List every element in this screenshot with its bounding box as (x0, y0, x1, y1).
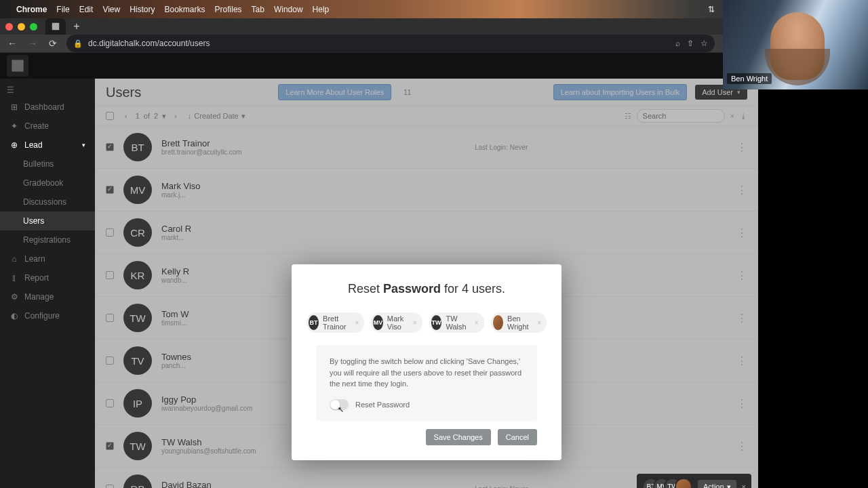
chip-name: Mark Viso (387, 314, 409, 331)
app-logo[interactable] (7, 55, 28, 77)
webcam-overlay: Ben Wright (723, 0, 868, 89)
chevron-down-icon: ▾ (727, 483, 731, 489)
sidebar-item[interactable]: ⫿Report (0, 268, 95, 287)
reset-password-toggle[interactable] (330, 399, 349, 410)
user-chip: BT Brett Trainor × (307, 312, 364, 333)
sidebar-icon: ✦ (9, 121, 19, 131)
sidebar-icon: ◐ (9, 311, 19, 321)
menu-profiles[interactable]: Profiles (215, 5, 242, 14)
lock-icon: 🔒 (73, 39, 83, 48)
chevron-icon: ▾ (82, 142, 85, 148)
minimize-window-button[interactable] (18, 23, 25, 30)
menu-history[interactable]: History (130, 5, 155, 14)
sidebar-icon: ⊕ (9, 140, 19, 150)
toast-close-button[interactable]: × (742, 483, 746, 488)
selected-users-chips: BT Brett Trainor ×MV Mark Viso ×TW TW Wa… (316, 312, 537, 333)
sidebar-subitem[interactable]: Gradebook (0, 174, 95, 192)
modal-title: Reset Password for 4 users. (316, 282, 537, 296)
chip-avatar: TW (431, 315, 442, 330)
app-header (0, 53, 758, 79)
sidebar-item[interactable]: ⌂Learn (0, 249, 95, 268)
app-sidebar: ☰ ⊞Dashboard✦Create⊕Lead▾BulletinsGradeb… (0, 79, 95, 488)
menu-file[interactable]: File (56, 5, 69, 14)
tab-strip: + (0, 18, 758, 35)
user-chip: Ben Wright × (491, 312, 547, 333)
webcam-name-label: Ben Wright (727, 73, 772, 84)
status-icon[interactable]: ⇅ (708, 5, 715, 14)
menu-bookmarks[interactable]: Bookmarks (165, 5, 205, 14)
sidebar-item[interactable]: ✦Create (0, 117, 95, 136)
new-tab-button[interactable]: + (68, 18, 85, 35)
reset-password-modal: Reset Password for 4 users. BT Brett Tra… (292, 264, 561, 460)
sidebar-subitem[interactable]: Bulletins (0, 155, 95, 174)
toggle-label: Reset Password (355, 399, 410, 411)
reload-button[interactable]: ⟳ (46, 38, 60, 49)
user-chip: TW TW Walsh × (429, 312, 484, 333)
modal-description: By toggling the switch below and clickin… (330, 356, 524, 390)
cancel-button[interactable]: Cancel (498, 429, 537, 445)
window-controls (5, 23, 37, 30)
modal-actions: Save Changes Cancel (316, 429, 537, 445)
sidebar-item[interactable]: ⊞Dashboard (0, 98, 95, 117)
modal-description-block: By toggling the switch below and clickin… (316, 345, 537, 421)
chip-name: Ben Wright (507, 314, 533, 331)
forward-button[interactable]: → (26, 38, 39, 49)
sidebar-collapse-button[interactable]: ☰ (0, 83, 95, 98)
sidebar-icon: ⚙ (9, 292, 19, 302)
bulk-action-button[interactable]: Action ▾ (698, 480, 736, 489)
browser-window: + ← → ⟳ 🔒 dc.digitalchalk.com/account/us… (0, 18, 758, 481)
menu-tab[interactable]: Tab (252, 5, 264, 14)
menu-view[interactable]: View (102, 5, 120, 14)
omnibox[interactable]: 🔒 dc.digitalchalk.com/account/users ⌕ ⇧ … (66, 35, 715, 52)
search-in-page-icon[interactable]: ⌕ (675, 39, 680, 48)
chip-avatar (493, 315, 503, 330)
menu-help[interactable]: Help (313, 5, 330, 14)
chip-remove-button[interactable]: × (475, 319, 479, 327)
menubar-app-name[interactable]: Chrome (16, 5, 47, 14)
sidebar-subitem[interactable]: Registrations (0, 230, 95, 249)
back-button[interactable]: ← (5, 38, 19, 49)
menu-window[interactable]: Window (274, 5, 303, 14)
save-changes-button[interactable]: Save Changes (426, 429, 491, 445)
close-window-button[interactable] (5, 23, 13, 30)
menu-edit[interactable]: Edit (79, 5, 94, 14)
bulk-action-toast: BTMVTW Action ▾ × (637, 474, 751, 488)
chip-avatar: MV (373, 315, 382, 330)
reset-password-toggle-row: ↖ Reset Password (330, 399, 524, 411)
chip-name: Brett Trainor (323, 314, 351, 331)
user-chip: MV Mark Viso × (371, 312, 422, 333)
app-viewport: ☰ ⊞Dashboard✦Create⊕Lead▾BulletinsGradeb… (0, 53, 758, 488)
browser-toolbar: ← → ⟳ 🔒 dc.digitalchalk.com/account/user… (0, 35, 758, 52)
share-icon[interactable]: ⇧ (687, 39, 694, 48)
sidebar-icon: ⌂ (9, 254, 19, 264)
sidebar-item[interactable]: ⊕Lead▾ (0, 136, 95, 155)
bookmark-star-icon[interactable]: ☆ (701, 39, 708, 48)
sidebar-subitem[interactable]: Users (0, 211, 95, 230)
zoom-window-button[interactable] (30, 23, 37, 30)
chip-remove-button[interactable]: × (355, 319, 359, 327)
sidebar-subitem[interactable]: Discussions (0, 192, 95, 211)
sidebar-item[interactable]: ⚙Manage (0, 287, 95, 306)
chip-avatar: BT (309, 315, 319, 330)
sidebar-icon: ⊞ (9, 102, 19, 112)
content-area: Users Learn More About User Roles 11 Lea… (95, 79, 758, 488)
chip-remove-button[interactable]: × (413, 319, 417, 327)
toast-avatar (675, 478, 692, 488)
chip-remove-button[interactable]: × (537, 319, 541, 327)
browser-tab[interactable] (45, 18, 66, 35)
chip-name: TW Walsh (446, 314, 470, 331)
url-text: dc.digitalchalk.com/account/users (88, 39, 210, 48)
sidebar-icon: ⫿ (9, 273, 19, 283)
sidebar-item[interactable]: ◐Configure (0, 306, 95, 325)
